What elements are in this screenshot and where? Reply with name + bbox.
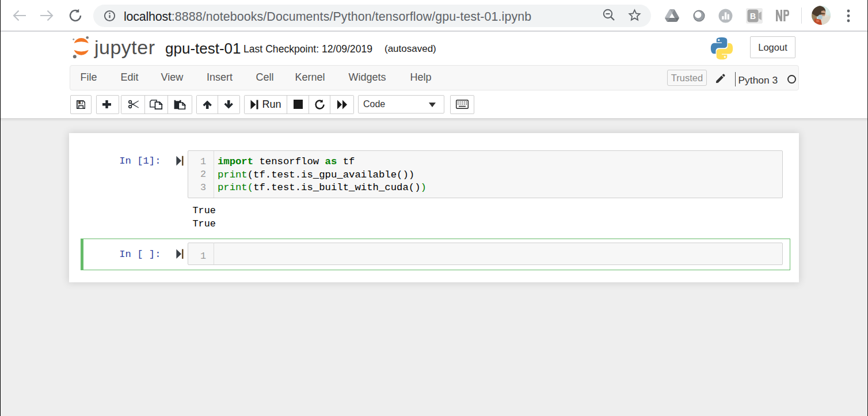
svg-text:B: B [750,12,756,21]
